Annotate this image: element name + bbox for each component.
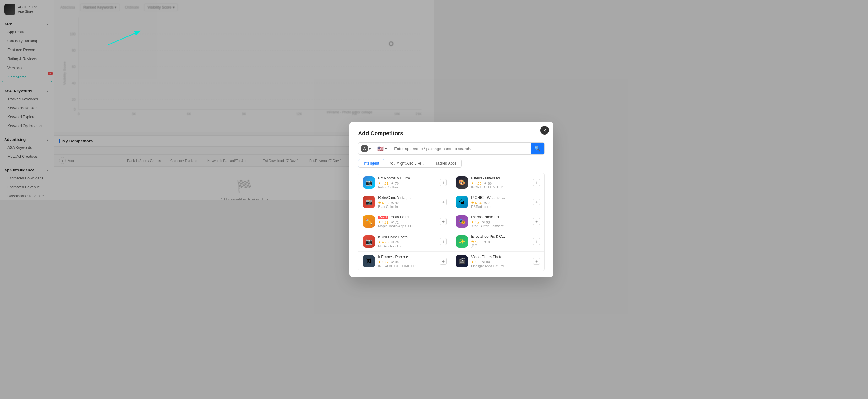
- search-input[interactable]: [391, 143, 434, 154]
- modal-title: Add Competitors: [358, 130, 434, 137]
- search-row: A ▾ 🇺🇸 ▾ 🔍: [358, 142, 434, 155]
- tab-intelligent[interactable]: Intelligent: [358, 159, 384, 168]
- app-icon-fix-photos: 📷: [363, 176, 375, 189]
- app-icon-retrocam: 📸: [363, 196, 375, 200]
- app-name-fix-photos: Fix Photos & Blurry...: [378, 176, 434, 180]
- tab-you-might-also-like[interactable]: You Might Also Like ℹ: [384, 159, 429, 167]
- country-chevron: ▾: [385, 146, 387, 151]
- tab-tracked-apps[interactable]: Tracked Apps: [429, 159, 434, 167]
- list-item: 📸 RetroCam: Vintag... ★ 4.66 👁 82 BrainC…: [358, 192, 434, 200]
- app-meta-fix-photos: ★ 4.21 👁 70: [378, 181, 434, 185]
- add-competitors-modal: × Add Competitors A ▾ 🇺🇸 ▾ 🔍 Intelligent…: [349, 122, 434, 200]
- app-grid: 📷 Fix Photos & Blurry... ★ 4.21 👁 70 Imt…: [358, 173, 434, 200]
- info-icon-tab: ℹ: [423, 162, 424, 165]
- platform-icon: A: [362, 146, 368, 152]
- app-name-retrocam: RetroCam: Vintag...: [378, 195, 434, 200]
- app-info-retrocam: RetroCam: Vintag... ★ 4.66 👁 82 BrainCak…: [378, 195, 434, 200]
- country-selector[interactable]: 🇺🇸 ▾: [374, 143, 391, 154]
- modal-tabs: Intelligent You Might Also Like ℹ Tracke…: [358, 159, 434, 168]
- platform-chevron: ▾: [369, 146, 371, 151]
- app-info-fix-photos: Fix Photos & Blurry... ★ 4.21 👁 70 Imtia…: [378, 176, 434, 189]
- app-dev-fix-photos: Imtiaz Sultan: [378, 185, 434, 189]
- eye-icon: 👁 70: [391, 182, 399, 185]
- list-item: 📷 Fix Photos & Blurry... ★ 4.21 👁 70 Imt…: [358, 173, 434, 192]
- platform-selector[interactable]: A ▾: [358, 143, 374, 154]
- country-flag: 🇺🇸: [377, 146, 384, 152]
- star-icon: ★ 4.21: [378, 181, 388, 185]
